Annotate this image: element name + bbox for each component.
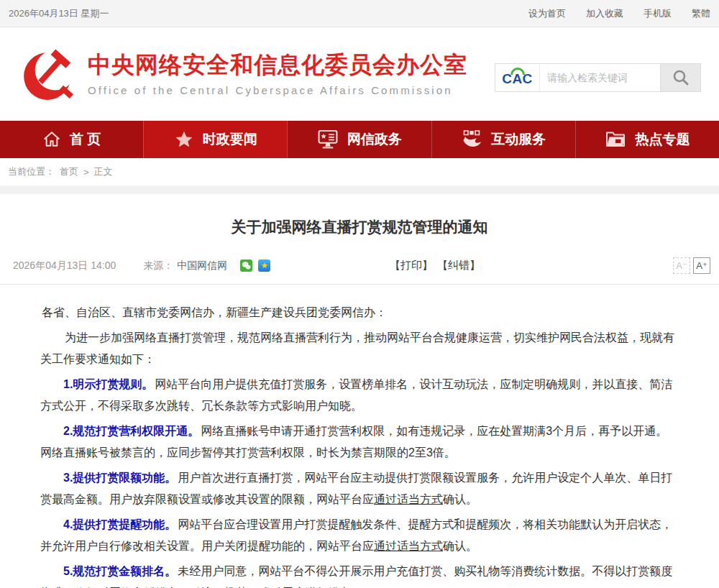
nav-item-news[interactable]: 时政要闻 [143, 121, 287, 158]
nav-label: 首 页 [70, 130, 101, 149]
top-utility-bar: 2026年04月13日 星期一 设为首页 加入收藏 手机版 繁體 [0, 0, 719, 27]
article-title: 关于加强网络直播打赏规范管理的通知 [29, 217, 690, 237]
cac-logo-arc-icon [510, 68, 525, 75]
share-buttons [240, 259, 270, 272]
paragraph-item-1: 1.明示打赏规则。网站平台向用户提供充值打赏服务，设置榜单排名，设计互动玩法，应… [40, 374, 679, 417]
breadcrumb-label: 当前位置： [8, 165, 55, 178]
wechat-share-icon[interactable] [240, 259, 252, 272]
paragraph-item-3: 3.提供打赏限额功能。用户首次进行直播打赏，网站平台应主动提供打赏限额设置服务，… [40, 467, 679, 510]
folder-icon [605, 130, 626, 149]
search-box: CAC [495, 63, 701, 92]
set-homepage-link[interactable]: 设为首页 [528, 7, 566, 20]
paragraph-salutation: 各省、自治区、直辖市党委网信办，新疆生产建设兵团党委网信办： [40, 302, 679, 323]
article-tools: 【打印】 【纠错】 [390, 259, 480, 272]
source-value: 中国网信网 [177, 259, 227, 272]
search-icon [672, 68, 690, 87]
search-button[interactable] [660, 64, 700, 91]
monitor-icon [317, 129, 339, 150]
breadcrumb: 当前位置： 首页 > 正文 [0, 158, 719, 185]
site-logo[interactable]: 中央网络安全和信息化委员会办公室 Office of the Central C… [22, 46, 467, 102]
star-icon [174, 129, 194, 150]
wechat-icon [242, 261, 251, 270]
cac-logo: CAC [495, 64, 540, 91]
breadcrumb-current: 正文 [94, 165, 113, 178]
search-input[interactable] [540, 72, 660, 83]
nav-item-home[interactable]: 首 页 [0, 121, 143, 158]
nav-item-interactive[interactable]: 互动服务 [431, 121, 575, 158]
section-divider [0, 185, 719, 194]
nav-label: 热点专题 [635, 130, 690, 149]
masthead: 中央网络安全和信息化委员会办公室 Office of the Central C… [0, 27, 719, 121]
add-favorite-link[interactable]: 加入收藏 [586, 7, 623, 20]
nav-item-egov[interactable]: 网信政务 [287, 121, 431, 158]
traditional-chinese-link[interactable]: 繁體 [692, 7, 710, 20]
nav-label: 网信政务 [347, 130, 402, 149]
article-meta-bar: 2026年04月13日 14:00 来源： 中国网信网 【打印】 【纠错】 A⁻ [0, 257, 719, 285]
qzone-share-icon[interactable] [258, 259, 270, 272]
paragraph-item-4: 4.提供打赏提醒功能。网站平台应合理设置用户打赏提醒触发条件、提醒方式和提醒频次… [40, 514, 679, 557]
paragraph-item-2: 2.规范打赏营利权限开通。网络直播账号申请开通打赏营利权限，如有违规记录，应在处… [40, 421, 679, 464]
font-smaller-button[interactable]: A⁻ [673, 257, 690, 274]
site-identity: 中央网络安全和信息化委员会办公室 Office of the Central C… [88, 52, 467, 97]
font-size-controls: A⁻ A⁺ [673, 257, 710, 274]
article: 关于加强网络直播打赏规范管理的通知 2026年04月13日 14:00 来源： … [0, 194, 719, 588]
main-nav: 首 页 时政要闻 网信政务 互动服务 [0, 121, 719, 158]
topbar-links: 设为首页 加入收藏 手机版 繁體 [528, 7, 710, 20]
font-larger-button[interactable]: A⁺ [693, 257, 710, 274]
breadcrumb-separator: > [83, 167, 89, 178]
publish-datetime: 2026年04月13日 14:00 [13, 259, 116, 272]
hammer-and-sickle-icon [22, 46, 78, 102]
site-title: 中央网络安全和信息化委员会办公室 [88, 52, 467, 78]
nav-label: 互动服务 [491, 130, 546, 149]
nav-label: 时政要闻 [203, 130, 257, 149]
source-label: 来源： [143, 259, 173, 272]
article-body: 各省、自治区、直辖市党委网信办，新疆生产建设兵团党委网信办： 为进一步加强网络直… [0, 285, 719, 588]
print-button[interactable]: 【打印】 [390, 259, 433, 272]
hand-service-icon [461, 129, 482, 150]
current-date: 2026年04月13日 星期一 [9, 7, 109, 20]
home-icon [42, 130, 61, 149]
paragraph-item-5: 5.规范打赏金额排名。未经用户同意，网站平台不得公开展示用户充值打赏、购买礼物等… [40, 561, 679, 588]
site-subtitle: Office of the Central Cyberspace Affairs… [88, 84, 467, 96]
breadcrumb-home-link[interactable]: 首页 [60, 165, 78, 178]
nav-item-topics[interactable]: 热点专题 [575, 121, 719, 158]
error-report-button[interactable]: 【纠错】 [437, 259, 480, 272]
mobile-version-link[interactable]: 手机版 [644, 7, 672, 20]
paragraph-intro: 为进一步加强网络直播打赏管理，规范网络直播营利行为，推动网站平台合规健康运营，切… [40, 327, 679, 370]
